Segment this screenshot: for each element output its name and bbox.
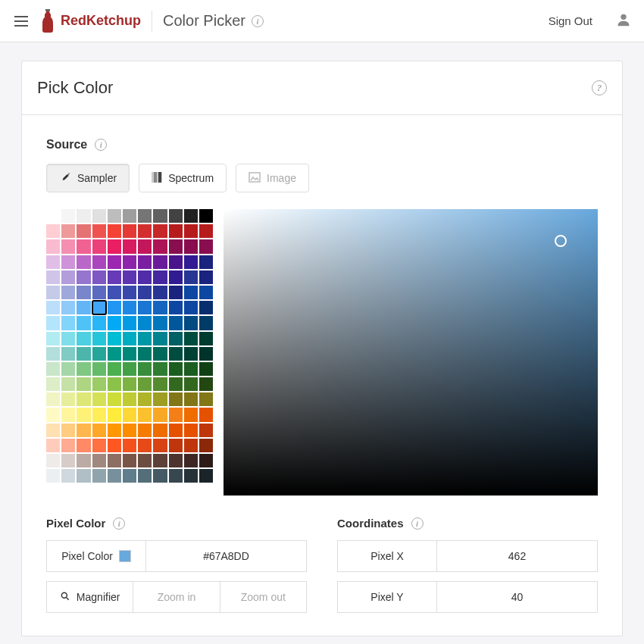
palette-cell[interactable] (199, 377, 213, 391)
palette-cell[interactable] (169, 301, 183, 314)
palette-cell[interactable] (77, 286, 90, 299)
palette-cell[interactable] (138, 316, 152, 330)
palette-cell[interactable] (153, 224, 167, 238)
palette-cell[interactable] (184, 332, 198, 345)
color-palette[interactable] (46, 209, 213, 483)
palette-cell[interactable] (123, 408, 136, 421)
palette-cell[interactable] (77, 316, 90, 330)
palette-cell[interactable] (169, 239, 183, 253)
palette-cell[interactable] (61, 286, 75, 299)
palette-cell[interactable] (169, 377, 183, 391)
palette-cell[interactable] (169, 469, 183, 483)
palette-cell[interactable] (199, 209, 213, 223)
palette-cell[interactable] (199, 347, 213, 361)
palette-cell[interactable] (153, 316, 167, 330)
palette-cell[interactable] (199, 439, 213, 452)
palette-cell[interactable] (153, 332, 167, 345)
info-icon[interactable]: i (411, 517, 424, 530)
palette-cell[interactable] (77, 301, 90, 314)
palette-cell[interactable] (77, 408, 90, 421)
signout-link[interactable]: Sign Out (549, 14, 592, 27)
palette-cell[interactable] (169, 439, 183, 452)
palette-cell[interactable] (123, 255, 136, 269)
palette-cell[interactable] (108, 239, 121, 253)
palette-cell[interactable] (169, 286, 183, 299)
palette-cell[interactable] (138, 270, 152, 284)
palette-cell[interactable] (108, 301, 121, 314)
palette-cell[interactable] (92, 209, 106, 223)
source-image-button[interactable]: Image (236, 164, 309, 192)
palette-cell[interactable] (184, 347, 198, 361)
palette-cell[interactable] (138, 286, 152, 299)
palette-cell[interactable] (46, 255, 60, 269)
palette-cell[interactable] (108, 392, 121, 406)
palette-cell[interactable] (108, 439, 121, 452)
palette-cell[interactable] (138, 239, 152, 253)
palette-cell[interactable] (77, 209, 90, 223)
info-icon[interactable]: i (113, 517, 125, 530)
palette-cell[interactable] (199, 301, 213, 314)
palette-cell[interactable] (108, 224, 121, 238)
palette-cell[interactable] (184, 239, 198, 253)
brand[interactable]: RedKetchup (41, 9, 141, 33)
palette-cell[interactable] (184, 377, 198, 391)
palette-cell[interactable] (108, 362, 121, 376)
zoom-out-button[interactable]: Zoom out (220, 581, 307, 613)
zoom-in-button[interactable]: Zoom in (133, 581, 220, 613)
palette-cell[interactable] (169, 270, 183, 284)
pixel-y-value[interactable]: 40 (437, 581, 598, 613)
palette-cell[interactable] (169, 316, 183, 330)
palette-cell[interactable] (138, 209, 152, 223)
palette-cell[interactable] (108, 332, 121, 345)
palette-cell[interactable] (138, 424, 152, 437)
palette-cell[interactable] (61, 469, 75, 483)
palette-cell[interactable] (123, 209, 136, 223)
palette-cell[interactable] (184, 286, 198, 299)
palette-cell[interactable] (77, 392, 90, 406)
palette-cell[interactable] (46, 301, 60, 314)
palette-cell[interactable] (199, 286, 213, 299)
palette-cell[interactable] (108, 255, 121, 269)
palette-cell[interactable] (153, 439, 167, 452)
palette-cell[interactable] (92, 301, 106, 314)
palette-cell[interactable] (138, 332, 152, 345)
palette-cell[interactable] (138, 347, 152, 361)
palette-cell[interactable] (92, 377, 106, 391)
palette-cell[interactable] (46, 286, 60, 299)
palette-cell[interactable] (138, 362, 152, 376)
palette-cell[interactable] (92, 224, 106, 238)
palette-cell[interactable] (138, 439, 152, 452)
palette-cell[interactable] (199, 255, 213, 269)
palette-cell[interactable] (169, 332, 183, 345)
palette-cell[interactable] (92, 454, 106, 467)
palette-cell[interactable] (123, 377, 136, 391)
palette-cell[interactable] (77, 424, 90, 437)
palette-cell[interactable] (184, 209, 198, 223)
palette-cell[interactable] (61, 332, 75, 345)
palette-cell[interactable] (61, 224, 75, 238)
info-icon[interactable]: i (95, 139, 107, 151)
palette-cell[interactable] (169, 255, 183, 269)
palette-cell[interactable] (77, 347, 90, 361)
palette-cell[interactable] (184, 454, 198, 467)
palette-cell[interactable] (92, 439, 106, 452)
palette-cell[interactable] (169, 392, 183, 406)
palette-cell[interactable] (61, 454, 75, 467)
palette-cell[interactable] (61, 209, 75, 223)
palette-cell[interactable] (77, 439, 90, 452)
palette-cell[interactable] (169, 362, 183, 376)
palette-cell[interactable] (199, 362, 213, 376)
palette-cell[interactable] (46, 392, 60, 406)
palette-cell[interactable] (46, 224, 60, 238)
palette-cell[interactable] (77, 377, 90, 391)
palette-cell[interactable] (61, 392, 75, 406)
palette-cell[interactable] (61, 270, 75, 284)
palette-cell[interactable] (46, 347, 60, 361)
palette-cell[interactable] (153, 454, 167, 467)
palette-cell[interactable] (153, 392, 167, 406)
palette-cell[interactable] (77, 332, 90, 345)
palette-cell[interactable] (46, 439, 60, 452)
palette-cell[interactable] (108, 347, 121, 361)
palette-cell[interactable] (92, 424, 106, 437)
palette-cell[interactable] (77, 270, 90, 284)
